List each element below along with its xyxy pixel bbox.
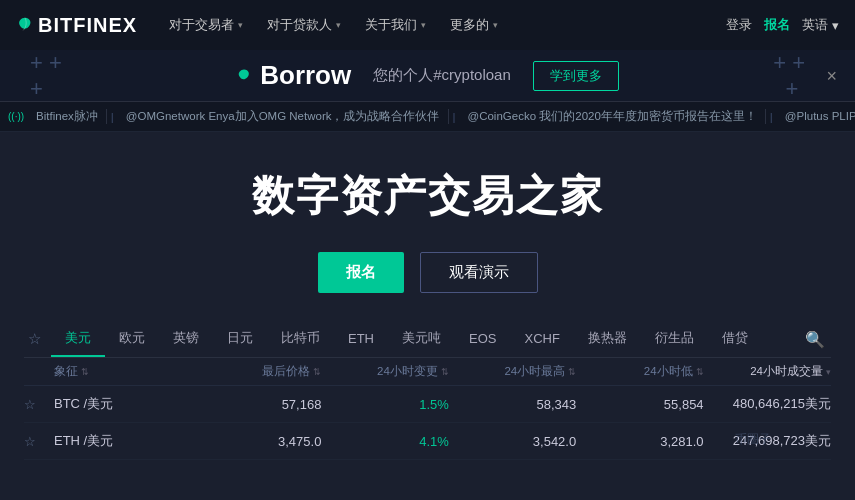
- tab-usdt[interactable]: 美元吨: [388, 321, 455, 357]
- favorites-star-icon[interactable]: ☆: [24, 322, 45, 356]
- hero-signup-button[interactable]: 报名: [318, 252, 404, 293]
- tab-derivatives[interactable]: 衍生品: [641, 321, 708, 357]
- nav-lenders[interactable]: 对于贷款人 ▾: [255, 0, 353, 50]
- chevron-down-icon: ▾: [421, 20, 426, 30]
- nav-links: 对于交易者 ▾ 对于贷款人 ▾ 关于我们 ▾ 更多的 ▾: [157, 0, 718, 50]
- tab-eur[interactable]: 欧元: [105, 321, 159, 357]
- sort-icon: ⇅: [81, 367, 89, 377]
- favorite-star-icon[interactable]: ☆: [24, 434, 54, 449]
- tab-usd[interactable]: 美元: [51, 321, 105, 357]
- hero-demo-button[interactable]: 观看演示: [420, 252, 538, 293]
- header-star: [24, 364, 54, 379]
- header-low[interactable]: 24小时低 ⇅: [576, 364, 703, 379]
- nav-traders[interactable]: 对于交易者 ▾: [157, 0, 255, 50]
- volume-cell: 480,646,215美元: [704, 395, 831, 413]
- hero-title: 数字资产交易之家: [252, 168, 604, 224]
- tab-exchange[interactable]: 换热器: [574, 321, 641, 357]
- login-link[interactable]: 登录: [726, 17, 752, 34]
- signup-link[interactable]: 报名: [764, 17, 790, 34]
- watermark: 币圈子: [735, 431, 771, 448]
- sort-icon: ⇅: [313, 367, 321, 377]
- tab-jpy[interactable]: 日元: [213, 321, 267, 357]
- nav-right: 登录 报名 英语 ▾: [726, 17, 839, 34]
- low-cell: 55,854: [576, 397, 703, 412]
- symbol-cell[interactable]: BTC /美元: [54, 395, 194, 413]
- header-price[interactable]: 最后价格 ⇅: [194, 364, 321, 379]
- hero-section: 数字资产交易之家 报名 观看演示: [0, 132, 855, 321]
- news-ticker: ((·)) Bitfinex脉冲 | @OMGnetwork Enya加入OMG…: [0, 102, 855, 132]
- nav-more[interactable]: 更多的 ▾: [438, 0, 510, 50]
- chevron-down-icon: ▾: [238, 20, 243, 30]
- promo-banner: + ++ Borrow 您的个人#cryptoloan 学到更多 + + + ×: [0, 50, 855, 102]
- header-change[interactable]: 24小时变更 ⇅: [321, 364, 448, 379]
- tab-btc[interactable]: 比特币: [267, 321, 334, 357]
- chevron-down-icon: ▾: [832, 18, 839, 33]
- tab-eos[interactable]: EOS: [455, 323, 510, 356]
- table-row: ☆ ETH /美元 3,475.0 4.1% 3,542.0 3,281.0 2…: [24, 423, 831, 460]
- low-cell: 3,281.0: [576, 434, 703, 449]
- tab-lending[interactable]: 借贷: [708, 321, 762, 357]
- symbol-cell[interactable]: ETH /美元: [54, 432, 194, 450]
- navbar: BITFINEX 对于交易者 ▾ 对于贷款人 ▾ 关于我们 ▾ 更多的 ▾ 登录…: [0, 0, 855, 50]
- sort-icon: ⇅: [696, 367, 704, 377]
- close-icon[interactable]: ×: [826, 65, 837, 86]
- hero-buttons: 报名 观看演示: [318, 252, 538, 293]
- chevron-down-icon: ▾: [336, 20, 341, 30]
- table-row: ☆ BTC /美元 57,168 1.5% 58,343 55,854 480,…: [24, 386, 831, 423]
- nav-about[interactable]: 关于我们 ▾: [353, 0, 438, 50]
- market-section: ☆ 美元 欧元 英镑 日元 比特币 ETH 美元吨 EOS XCHF 换热器 衍…: [0, 321, 855, 460]
- banner-borrow-label: Borrow: [236, 60, 351, 91]
- sort-icon: ⇅: [568, 367, 576, 377]
- high-cell: 58,343: [449, 397, 576, 412]
- header-volume[interactable]: 24小时成交量 ▾: [704, 364, 831, 379]
- logo-text: BITFINEX: [38, 14, 137, 37]
- price-cell: 57,168: [194, 397, 321, 412]
- header-high[interactable]: 24小时最高 ⇅: [449, 364, 576, 379]
- sort-down-icon: ▾: [826, 367, 831, 377]
- search-icon[interactable]: 🔍: [799, 322, 831, 357]
- tab-eth[interactable]: ETH: [334, 323, 388, 356]
- table-header: 象征 ⇅ 最后价格 ⇅ 24小时变更 ⇅ 24小时最高 ⇅ 24小时低 ⇅: [24, 358, 831, 386]
- ticker-item: @CoinGecko 我们的2020年年度加密货币报告在这里！: [460, 109, 766, 124]
- broadcast-icon: ((·)): [8, 111, 24, 122]
- sort-icon: ⇅: [441, 367, 449, 377]
- change-cell: 4.1%: [321, 434, 448, 449]
- banner-subtitle: 您的个人#cryptoloan: [373, 66, 511, 85]
- plus-decoration-left: + ++: [30, 50, 62, 102]
- ticker-item: @OMGnetwork Enya加入OMG Network，成为战略合作伙伴: [118, 109, 449, 124]
- price-cell: 3,475.0: [194, 434, 321, 449]
- tab-xchf[interactable]: XCHF: [510, 323, 573, 356]
- header-symbol[interactable]: 象征 ⇅: [54, 364, 194, 379]
- change-cell: 1.5%: [321, 397, 448, 412]
- high-cell: 3,542.0: [449, 434, 576, 449]
- market-table: 象征 ⇅ 最后价格 ⇅ 24小时变更 ⇅ 24小时最高 ⇅ 24小时低 ⇅: [24, 358, 831, 460]
- ticker-item: @Plutus PLIP | Pluton流动: [777, 109, 855, 124]
- language-selector[interactable]: 英语 ▾: [802, 17, 839, 34]
- logo[interactable]: BITFINEX: [16, 14, 137, 37]
- chevron-down-icon: ▾: [493, 20, 498, 30]
- market-tabs: ☆ 美元 欧元 英镑 日元 比特币 ETH 美元吨 EOS XCHF 换热器 衍…: [24, 321, 831, 358]
- ticker-item: Bitfinex脉冲: [28, 109, 107, 124]
- plus-decoration-right: + + +: [773, 50, 805, 102]
- favorite-star-icon[interactable]: ☆: [24, 397, 54, 412]
- learn-more-button[interactable]: 学到更多: [533, 61, 619, 91]
- tab-gbp[interactable]: 英镑: [159, 321, 213, 357]
- market-table-wrapper: 象征 ⇅ 最后价格 ⇅ 24小时变更 ⇅ 24小时最高 ⇅ 24小时低 ⇅: [24, 358, 831, 460]
